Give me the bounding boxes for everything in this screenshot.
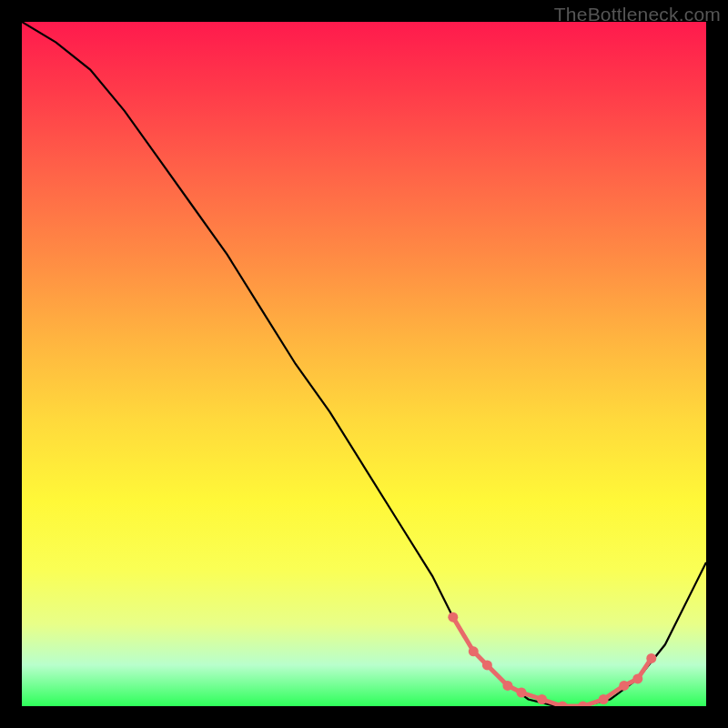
chart-svg	[22, 22, 706, 706]
optimal-marker-dot	[632, 673, 642, 683]
optimal-marker-dot	[469, 646, 479, 656]
optimal-marker-dot	[599, 694, 609, 704]
bottleneck-curve	[22, 22, 706, 706]
chart-gradient-area	[22, 22, 706, 706]
optimal-marker-dot	[517, 688, 527, 698]
optimal-marker-dot	[646, 653, 656, 663]
optimal-marker-dot	[619, 681, 629, 691]
optimal-marker-dot	[558, 702, 568, 707]
optimal-marker-dot	[578, 702, 588, 707]
watermark-text: TheBottleneck.com	[554, 4, 721, 25]
optimal-marker-dot	[448, 612, 458, 622]
optimal-marker-dot	[482, 660, 492, 670]
optimal-marker-dot	[502, 681, 512, 691]
optimal-marker-dot	[537, 694, 547, 704]
optimal-marker-line	[453, 617, 652, 706]
optimal-range-line	[453, 617, 652, 706]
